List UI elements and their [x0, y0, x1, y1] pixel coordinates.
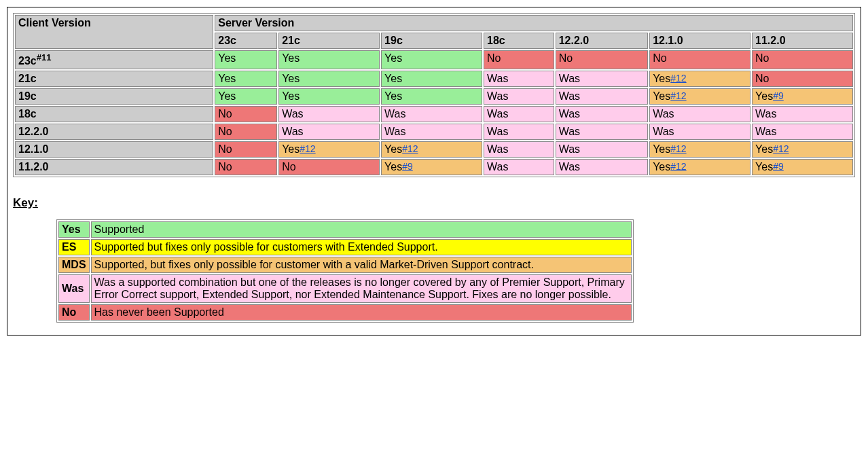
- server-version-col: 23c: [215, 33, 277, 49]
- key-row: ESSupported but fixes only possible for …: [58, 239, 632, 255]
- support-cell: Yes#12: [649, 88, 751, 105]
- key-wrapper: YesSupportedESSupported but fixes only p…: [56, 219, 855, 323]
- key-heading: Key:: [13, 196, 855, 210]
- support-status-text: Yes: [218, 90, 236, 102]
- client-version-label: 23c: [18, 55, 37, 67]
- support-status-text: No: [218, 161, 232, 173]
- key-description: Supported, but fixes only possible for c…: [91, 257, 632, 273]
- table-row: 19cYesYesYesWasWasYes#12Yes#9: [15, 88, 853, 105]
- table-row: 21cYesYesYesWasWasYes#12No: [15, 71, 853, 87]
- server-version-col: 19c: [381, 33, 482, 49]
- support-status-text: No: [218, 143, 232, 155]
- support-cell: Was: [649, 106, 751, 122]
- footnote-link[interactable]: #12: [773, 143, 789, 154]
- support-status-text: Yes: [384, 73, 402, 84]
- key-description: Supported: [91, 221, 632, 238]
- client-version-cell: 21c: [15, 71, 213, 87]
- support-cell: Yes#12: [278, 141, 380, 158]
- matrix-tbody: 23c#11YesYesYesNoNoNoNo21cYesYesYesWasWa…: [15, 50, 853, 175]
- support-cell: Was: [278, 124, 380, 140]
- footnote-link[interactable]: #9: [773, 161, 784, 172]
- support-cell: Was: [752, 106, 853, 122]
- footnote-link[interactable]: #12: [670, 73, 686, 84]
- support-cell: Was: [484, 71, 554, 87]
- support-cell: Yes: [278, 50, 380, 69]
- support-status-text: Yes: [218, 73, 236, 84]
- footnote-link[interactable]: #9: [773, 90, 784, 101]
- support-cell: No: [215, 141, 277, 158]
- support-cell: Yes#12: [752, 141, 853, 158]
- support-status-text: Yes: [282, 52, 300, 64]
- matrix-thead: Client VersionServer Version23c21c19c18c…: [15, 15, 853, 49]
- support-status-text: Yes: [653, 161, 670, 173]
- key-row: YesSupported: [58, 221, 632, 238]
- support-cell: Yes#12: [381, 141, 482, 158]
- support-status-text: Yes: [282, 73, 300, 84]
- support-status-text: Was: [559, 126, 580, 137]
- footnote-link[interactable]: #12: [670, 143, 686, 154]
- client-version-cell: 11.2.0: [15, 159, 213, 175]
- support-status-text: No: [653, 52, 666, 64]
- support-status-text: Was: [384, 126, 405, 137]
- key-row: MDSSupported, but fixes only possible fo…: [58, 257, 632, 273]
- support-cell: Yes#9: [381, 159, 482, 175]
- support-cell: Was: [484, 141, 554, 158]
- footnote-link[interactable]: #12: [402, 143, 418, 154]
- page-frame: Client VersionServer Version23c21c19c18c…: [7, 7, 861, 336]
- footnote-link[interactable]: #9: [402, 161, 413, 172]
- compatibility-matrix: Client VersionServer Version23c21c19c18c…: [13, 13, 855, 177]
- support-cell: No: [278, 159, 380, 175]
- support-status-text: Yes: [384, 52, 402, 64]
- support-status-text: Was: [559, 90, 580, 102]
- server-version-col: 11.2.0: [752, 33, 853, 49]
- key-description: Supported but fixes only possible for cu…: [91, 239, 632, 255]
- server-version-col: 12.1.0: [649, 33, 751, 49]
- table-row: 23c#11YesYesYesNoNoNoNo: [15, 50, 853, 69]
- support-status-text: Was: [487, 90, 508, 102]
- support-cell: Was: [484, 159, 554, 175]
- support-cell: No: [215, 124, 277, 140]
- client-version-label: 12.1.0: [18, 143, 48, 155]
- support-cell: Was: [484, 88, 554, 105]
- support-cell: Was: [556, 141, 648, 158]
- footnote-ref: #11: [37, 52, 52, 62]
- support-cell: Was: [556, 124, 648, 140]
- support-status-text: Yes: [755, 143, 773, 155]
- support-status-text: Yes: [384, 161, 402, 173]
- support-cell: Was: [556, 159, 648, 175]
- support-status-text: No: [755, 73, 769, 84]
- support-cell: No: [649, 50, 751, 69]
- support-status-text: Was: [487, 73, 508, 84]
- support-status-text: Yes: [282, 90, 300, 102]
- support-cell: No: [752, 71, 853, 87]
- client-version-cell: 23c#11: [15, 50, 213, 69]
- footnote-link[interactable]: #12: [670, 161, 686, 172]
- support-cell: Was: [752, 124, 853, 140]
- key-tbody: YesSupportedESSupported but fixes only p…: [58, 221, 632, 321]
- support-cell: Was: [484, 106, 554, 122]
- support-status-text: No: [559, 52, 573, 64]
- support-status-text: No: [487, 52, 501, 64]
- support-status-text: Yes: [755, 90, 773, 102]
- key-label: ES: [58, 239, 90, 255]
- support-status-text: Was: [282, 126, 303, 137]
- server-version-col: 12.2.0: [556, 33, 648, 49]
- support-cell: Yes#9: [752, 159, 853, 175]
- support-status-text: Was: [559, 161, 580, 173]
- client-version-cell: 19c: [15, 88, 213, 105]
- client-version-header: Client Version: [15, 15, 213, 49]
- support-cell: Yes: [215, 71, 277, 87]
- support-cell: Was: [381, 106, 482, 122]
- footnote-link[interactable]: #12: [300, 143, 315, 154]
- support-cell: Was: [278, 106, 380, 122]
- support-status-text: Yes: [218, 52, 236, 64]
- support-status-text: No: [282, 161, 295, 173]
- support-cell: No: [215, 106, 277, 122]
- support-status-text: Was: [487, 143, 508, 155]
- support-status-text: Yes: [653, 90, 670, 102]
- footnote-link[interactable]: #12: [670, 90, 686, 101]
- table-row: 12.1.0NoYes#12Yes#12WasWasYes#12Yes#12: [15, 141, 853, 158]
- support-cell: Was: [556, 88, 648, 105]
- table-row: 18cNoWasWasWasWasWasWas: [15, 106, 853, 122]
- client-version-label: 19c: [18, 90, 37, 102]
